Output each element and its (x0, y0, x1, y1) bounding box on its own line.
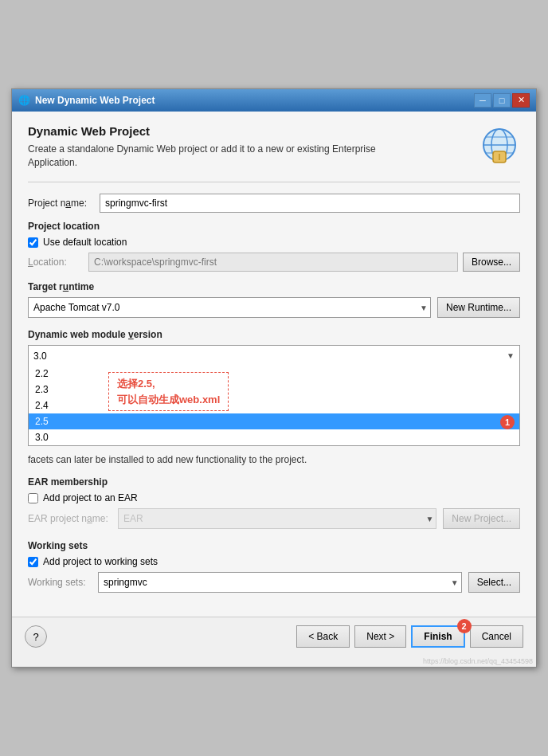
location-row: Location: Browse... (28, 253, 520, 272)
back-button[interactable]: < Back (296, 625, 350, 648)
location-label: Location: (28, 257, 84, 268)
ear-membership-section: EAR membership Add project to an EAR EAR… (28, 476, 520, 529)
select-working-sets-button[interactable]: Select... (468, 572, 520, 593)
add-to-ear-checkbox[interactable] (28, 493, 38, 503)
watermark: https://blog.csdn.net/qq_43454598 (12, 656, 536, 667)
project-name-input[interactable] (100, 194, 520, 213)
window-title: New Dynamic Web Project (35, 95, 155, 106)
header-text: Dynamic Web Project Create a standalone … (28, 124, 410, 170)
dropdown-selected-value[interactable]: 3.0 ▼ (28, 345, 520, 366)
dropdown-list: 选择2.5, 可以自动生成web.xml 2.2 2.3 2.4 2.5 1 3… (28, 366, 520, 446)
facets-text: facets can later be installed to add new… (28, 454, 520, 465)
ear-membership-label: EAR membership (28, 476, 520, 488)
use-default-location-label: Use default location (43, 237, 127, 248)
new-runtime-button[interactable]: New Runtime... (437, 297, 520, 318)
title-bar-left: 🌐 New Dynamic Web Project (18, 95, 155, 106)
close-button[interactable]: ✕ (512, 93, 530, 108)
version-option-22[interactable]: 2.2 (29, 366, 519, 382)
working-sets-input-label: Working sets: (28, 577, 92, 588)
version-option-25[interactable]: 2.5 1 (29, 413, 519, 429)
header-icon (479, 124, 520, 166)
ear-project-select-wrapper: EAR ▼ (118, 508, 436, 529)
bottom-bar: ? < Back Next > Finish 2 Cancel (12, 617, 536, 656)
runtime-select-wrapper: Apache Tomcat v7.0 ▼ (28, 297, 431, 318)
working-sets-section: Working sets Add project to working sets… (28, 540, 520, 593)
help-button[interactable]: ? (25, 625, 47, 648)
ear-project-name-label: EAR project name: (28, 513, 112, 524)
main-window: 🌐 New Dynamic Web Project ─ □ ✕ Dynamic … (11, 88, 537, 668)
header-section: Dynamic Web Project Create a standalone … (28, 124, 520, 170)
next-button[interactable]: Next > (354, 625, 406, 648)
add-to-ear-label: Add project to an EAR (43, 492, 138, 503)
browse-button[interactable]: Browse... (463, 253, 520, 272)
header-divider (28, 182, 520, 182)
runtime-select[interactable]: Apache Tomcat v7.0 (28, 297, 431, 318)
annotation-badge-1: 1 (500, 415, 515, 429)
ear-project-select: EAR (118, 508, 436, 529)
finish-button-wrap: Finish 2 (411, 625, 464, 648)
maximize-button[interactable]: □ (493, 93, 511, 108)
working-sets-label: Working sets (28, 540, 520, 551)
finish-button[interactable]: Finish (411, 625, 464, 648)
target-runtime-label: Target runtime (28, 281, 520, 292)
minimize-button[interactable]: ─ (474, 93, 491, 108)
project-location-label: Project location (28, 221, 520, 232)
add-to-working-sets-label: Add project to working sets (43, 556, 158, 567)
selected-version-text: 3.0 (33, 351, 47, 362)
new-project-button: New Project... (443, 508, 520, 529)
dialog-title: Dynamic Web Project (28, 124, 410, 138)
ear-project-name-row: EAR project name: EAR ▼ New Project... (28, 508, 520, 529)
project-name-label: Project name: (28, 198, 100, 209)
location-input (88, 253, 458, 272)
cancel-button[interactable]: Cancel (470, 625, 523, 648)
add-to-ear-row: Add project to an EAR (28, 492, 520, 503)
dialog-description: Create a standalone Dynamic Web project … (28, 143, 410, 170)
title-bar: 🌐 New Dynamic Web Project ─ □ ✕ (12, 89, 536, 112)
project-name-row: Project name: (28, 194, 520, 213)
working-sets-select-wrapper: springmvc ▼ (98, 572, 462, 593)
version-option-24[interactable]: 2.4 (29, 398, 519, 413)
target-runtime-row: Apache Tomcat v7.0 ▼ New Runtime... (28, 297, 520, 318)
add-to-working-sets-checkbox[interactable] (28, 557, 38, 567)
window-icon: 🌐 (18, 95, 30, 106)
working-sets-select[interactable]: springmvc (98, 572, 462, 593)
version-option-23[interactable]: 2.3 (29, 382, 519, 398)
version-option-30[interactable]: 3.0 (29, 429, 519, 445)
dynamic-web-module-label: Dynamic web module version (28, 329, 520, 340)
title-bar-controls: ─ □ ✕ (474, 93, 530, 108)
add-to-working-sets-row: Add project to working sets (28, 556, 520, 567)
working-sets-select-row: Working sets: springmvc ▼ Select... (28, 572, 520, 593)
dialog-content: Dynamic Web Project Create a standalone … (12, 112, 536, 617)
annotation-badge-2: 2 (457, 619, 472, 633)
web-module-version-dropdown: 3.0 ▼ 选择2.5, 可以自动生成web.xml 2.2 2.3 2.4 2… (28, 345, 520, 446)
bottom-right-buttons: < Back Next > Finish 2 Cancel (296, 625, 523, 648)
dropdown-arrow-icon: ▼ (507, 351, 515, 360)
default-location-row: Use default location (28, 237, 520, 248)
use-default-location-checkbox[interactable] (28, 237, 38, 248)
